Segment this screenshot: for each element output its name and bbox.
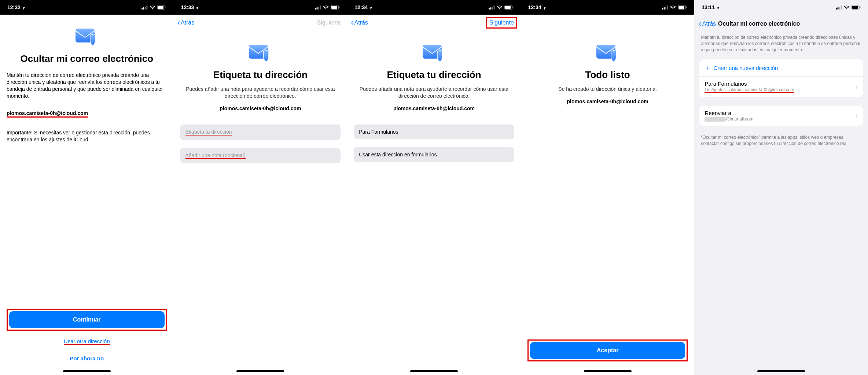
- svg-point-22: [499, 8, 500, 9]
- home-indicator[interactable]: [584, 370, 632, 372]
- status-right: [141, 5, 166, 10]
- battery-icon: [852, 5, 861, 10]
- label-input[interactable]: Para Formularios: [354, 125, 514, 139]
- svg-point-4: [152, 8, 153, 9]
- status-bar: 12:33: [174, 0, 347, 15]
- svg-rect-7: [165, 7, 166, 8]
- alias-subtitle: De Ajustes · plomos.camiseta-0h@icloud.c…: [705, 87, 794, 93]
- screen-hide-my-email: 12:32 Ocultar mi correo electrónico Mant…: [0, 0, 174, 375]
- important-note: Importante: Si necesitas ver o gestionar…: [7, 129, 167, 143]
- svg-rect-6: [158, 6, 163, 9]
- mail-shield-icon: [421, 42, 447, 64]
- status-time: 12:32: [7, 4, 21, 10]
- svg-rect-11: [318, 7, 319, 10]
- nav-bar: ‹Atrás Siguiente: [347, 15, 521, 31]
- back-button[interactable]: ‹Atrás: [699, 19, 716, 29]
- svg-rect-28: [664, 7, 665, 10]
- home-indicator[interactable]: [63, 370, 111, 372]
- chevron-left-icon: ‹: [351, 18, 353, 27]
- forward-to-row[interactable]: Reenviar a @hotmail.com ›: [699, 106, 863, 126]
- forward-email: @hotmail.com: [705, 116, 753, 122]
- battery-icon: [331, 5, 340, 10]
- svg-point-40: [846, 8, 847, 9]
- location-icon: [195, 4, 198, 10]
- page-subtitle: Puedes añadir una nota para ayudarte a r…: [185, 86, 336, 100]
- use-another-link[interactable]: Usar otra dirección: [64, 338, 110, 345]
- svg-rect-33: [678, 6, 684, 9]
- create-new-address-row[interactable]: ＋Crear una nueva dirección: [699, 59, 863, 76]
- screen-label-address-empty: 12:33 ‹Atrás Siguiente Etiqueta tu direc…: [174, 0, 347, 375]
- nav-bar: [521, 15, 695, 31]
- continue-button[interactable]: Continuar: [9, 311, 165, 328]
- note-input[interactable]: Añadir una nota (opcional): [180, 148, 341, 163]
- wifi-icon: [150, 5, 155, 10]
- status-bar: 12:34: [347, 0, 521, 15]
- svg-rect-27: [662, 8, 663, 10]
- page-title: Etiqueta tu dirección: [354, 70, 514, 81]
- svg-rect-39: [841, 5, 842, 10]
- chevron-right-icon: ›: [856, 83, 858, 91]
- page-description: Mantén tu dirección de correo electrónic…: [701, 34, 861, 53]
- nav-bar: ‹Atrás Siguiente: [174, 15, 347, 31]
- page-title: Todo listo: [527, 70, 688, 81]
- svg-rect-16: [339, 7, 340, 8]
- chevron-left-icon: ‹: [177, 18, 180, 27]
- svg-rect-9: [315, 8, 316, 10]
- mail-shield-icon: [74, 26, 100, 48]
- plus-icon: ＋: [705, 63, 711, 72]
- status-bar: 12:32: [0, 0, 174, 15]
- svg-rect-15: [331, 6, 337, 9]
- svg-rect-29: [665, 7, 666, 10]
- wifi-icon: [323, 5, 329, 10]
- mail-shield-icon: [247, 42, 273, 64]
- footer-note: “Ocultar mi correo electrónico” permite …: [701, 134, 861, 147]
- signal-icon: [836, 5, 842, 10]
- status-time: 12:34: [354, 4, 368, 10]
- svg-point-13: [326, 8, 327, 9]
- svg-rect-19: [490, 7, 491, 10]
- accept-button[interactable]: Aceptar: [530, 342, 685, 359]
- back-button[interactable]: ‹Atrás: [177, 18, 195, 27]
- status-right: [489, 5, 514, 10]
- page-description: Mantén tu dirección de correo electrónic…: [7, 72, 167, 100]
- page-title: Etiqueta tu dirección: [180, 70, 341, 81]
- next-button[interactable]: Siguiente: [486, 17, 517, 29]
- svg-point-31: [673, 8, 674, 9]
- status-bar: 13:11: [694, 0, 868, 15]
- svg-rect-38: [839, 7, 840, 10]
- svg-rect-37: [837, 7, 838, 10]
- wifi-icon: [497, 5, 503, 10]
- page-subtitle: Se ha creado tu dirección única y aleato…: [533, 86, 683, 93]
- battery-icon: [504, 5, 514, 10]
- signal-icon: [315, 5, 321, 10]
- location-icon: [369, 4, 372, 10]
- location-icon: [716, 4, 719, 10]
- home-indicator[interactable]: [236, 370, 284, 372]
- status-time: 13:11: [702, 4, 715, 10]
- svg-rect-36: [836, 8, 837, 10]
- screen-settings-hide-my-email: 13:11 ‹Atrás Ocultar mi correo electróni…: [694, 0, 868, 375]
- status-bar: 12:34: [521, 0, 695, 15]
- generated-email: plomos.camiseta-0h@icloud.com: [180, 105, 341, 111]
- home-indicator[interactable]: [757, 370, 805, 372]
- screen-label-address-filled: 12:34 ‹Atrás Siguiente Etiqueta tu direc…: [347, 0, 521, 375]
- page-title: Ocultar mi correo electrónico: [7, 53, 167, 64]
- chevron-left-icon: ‹: [699, 19, 701, 29]
- svg-rect-2: [145, 7, 146, 10]
- alias-row[interactable]: Para Formularios De Ajustes · plomos.cam…: [699, 76, 863, 97]
- wifi-icon: [670, 5, 676, 10]
- chevron-right-icon: ›: [856, 112, 858, 120]
- generated-email: plomos.camiseta-0h@icloud.com: [527, 99, 688, 104]
- alias-label: Para Formularios: [705, 81, 794, 87]
- generated-email: plomos.camiseta-0h@icloud.com: [354, 105, 514, 111]
- status-right: [662, 5, 687, 10]
- page-title: Ocultar mi correo electrónico: [718, 21, 800, 27]
- note-input[interactable]: Usar esta direccion en formularios: [354, 147, 514, 162]
- home-indicator[interactable]: [410, 370, 458, 372]
- svg-rect-42: [852, 6, 858, 9]
- not-now-link[interactable]: Por ahora no: [7, 355, 167, 361]
- label-input[interactable]: Etiqueta tu dirección: [180, 125, 341, 140]
- svg-rect-43: [860, 7, 860, 8]
- nav-bar: ‹Atrás Ocultar mi correo electrónico: [694, 15, 868, 33]
- back-button[interactable]: ‹Atrás: [351, 18, 368, 27]
